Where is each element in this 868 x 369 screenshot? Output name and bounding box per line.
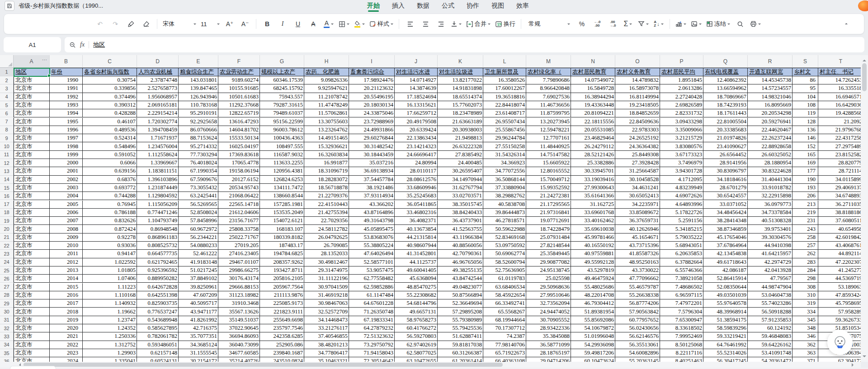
cell[interactable]: 31.162725 bbox=[571, 201, 615, 209]
cell[interactable]: 35.10463321 bbox=[304, 357, 349, 362]
cell[interactable]: 7.65300947 bbox=[660, 316, 703, 324]
cell[interactable]: 40.16550192 bbox=[571, 242, 615, 250]
cell[interactable]: 168183.107 bbox=[260, 225, 304, 233]
cell[interactable]: 37022.90645 bbox=[218, 324, 260, 332]
cell[interactable]: 20.18030134 bbox=[349, 101, 395, 109]
cell[interactable]: 28.9141956 bbox=[703, 159, 748, 167]
align-right-button[interactable] bbox=[434, 17, 448, 31]
row-header-19[interactable]: 19 bbox=[0, 217, 14, 225]
cell[interactable]: 14.45345738 bbox=[748, 76, 793, 84]
cell[interactable]: 30.83096797 bbox=[703, 167, 748, 175]
cell[interactable]: 23.41090627 bbox=[703, 142, 748, 150]
cell[interactable]: 28.93422336 bbox=[526, 324, 571, 332]
cell[interactable]: 29.90877082 bbox=[526, 258, 571, 266]
cell[interactable]: 15.32936621 bbox=[304, 142, 349, 150]
cell[interactable]: 13.23264762 bbox=[304, 126, 349, 134]
cell[interactable]: 42.70790361 bbox=[438, 250, 483, 258]
cell[interactable]: 53.9057475 bbox=[349, 266, 395, 275]
cell[interactable]: 86 bbox=[793, 76, 818, 84]
cell[interactable]: 1990 bbox=[50, 76, 83, 84]
cell[interactable]: 38.35015745 bbox=[438, 201, 483, 209]
cell[interactable]: 34.14468473 bbox=[304, 316, 349, 324]
cell[interactable]: 8.40251463 bbox=[660, 357, 703, 362]
cell[interactable]: 139.847465 bbox=[179, 84, 218, 93]
cell[interactable]: 11.57062861 bbox=[304, 109, 349, 117]
cell[interactable]: 46.79304412 bbox=[571, 299, 615, 308]
cell[interactable]: 33.21276117 bbox=[304, 324, 349, 332]
cell[interactable]: 45.99781466 bbox=[571, 234, 615, 242]
cell[interactable]: 31.1555545 bbox=[179, 349, 218, 357]
cell[interactable]: 7.79890686 bbox=[526, 76, 571, 84]
cell[interactable]: 18.84852659 bbox=[615, 109, 660, 117]
cell[interactable]: 17369.83618 bbox=[218, 151, 260, 159]
row-header-22[interactable]: 22 bbox=[0, 242, 14, 250]
cell[interactable]: 北京市 bbox=[14, 299, 50, 308]
cell[interactable]: 104 bbox=[793, 93, 818, 101]
cell[interactable]: 68.19944664 bbox=[483, 316, 526, 324]
cell[interactable]: 28.721114 bbox=[818, 167, 861, 175]
cell[interactable]: 55.97640578 bbox=[703, 299, 748, 308]
cell[interactable]: 35214.40726 bbox=[218, 357, 260, 362]
cell[interactable]: 22.88928658 bbox=[748, 142, 793, 150]
cell[interactable]: 2013 bbox=[50, 266, 83, 275]
cell[interactable]: 43.4068761 bbox=[818, 242, 861, 250]
header-cell[interactable]: 地区 bbox=[14, 68, 50, 76]
cell[interactable]: 57.29895208 bbox=[438, 308, 483, 316]
cell[interactable]: 22565.14718 bbox=[218, 201, 260, 209]
underline-button[interactable]: U bbox=[291, 17, 305, 31]
cell[interactable]: 29467.01107 bbox=[218, 258, 260, 266]
cell[interactable]: 1.250336 bbox=[83, 332, 137, 341]
cell[interactable]: 北京市 bbox=[14, 76, 50, 84]
cell[interactable]: 北京市 bbox=[14, 93, 50, 101]
cell[interactable]: 60.77957652 bbox=[615, 316, 660, 324]
cell[interactable]: 43.9471177 bbox=[179, 308, 218, 316]
cell[interactable]: 43.73715396 bbox=[615, 242, 660, 250]
cell[interactable]: 38.87346859 bbox=[703, 225, 748, 233]
cell[interactable]: 1.8951845 bbox=[660, 76, 703, 84]
column-header-K[interactable]: K bbox=[438, 55, 483, 68]
cell[interactable]: 30.83224628 bbox=[748, 167, 793, 175]
cell[interactable]: 23.61408717 bbox=[483, 109, 526, 117]
cell[interactable]: 28.18765197 bbox=[526, 349, 571, 357]
cell[interactable]: 23156.71677 bbox=[218, 217, 260, 225]
cell[interactable]: 17.60012267 bbox=[483, 84, 526, 93]
cell[interactable]: 18.28283072 bbox=[304, 176, 349, 184]
cell[interactable]: 319 bbox=[793, 299, 818, 308]
cell[interactable]: 27.99300643 bbox=[571, 184, 615, 192]
cell[interactable]: 231 bbox=[793, 217, 818, 225]
cell[interactable]: 24.94474052 bbox=[526, 308, 571, 316]
cell[interactable]: 33.0371052 bbox=[703, 201, 748, 209]
cell[interactable]: 255649.6698 bbox=[260, 316, 304, 324]
cell[interactable]: 2001 bbox=[50, 167, 83, 175]
cell[interactable]: 12.59478221 bbox=[526, 126, 571, 134]
cell[interactable]: 14.57234557 bbox=[748, 84, 793, 93]
cell[interactable]: 36.05411865 bbox=[395, 201, 438, 209]
cell[interactable]: 45.1654671 bbox=[615, 234, 660, 242]
row-header-23[interactable]: 23 bbox=[0, 250, 14, 258]
cell[interactable]: 20127.6152 bbox=[218, 176, 260, 184]
tab-start[interactable]: 开始 bbox=[367, 0, 380, 12]
cell[interactable]: 284 bbox=[793, 266, 818, 275]
cell[interactable]: 37.6080511 bbox=[818, 217, 861, 225]
cell[interactable]: 28.0110117 bbox=[395, 167, 438, 175]
row-header-27[interactable]: 27 bbox=[0, 283, 14, 291]
cell[interactable]: 22.84418074 bbox=[483, 101, 526, 109]
cell[interactable]: 26.6564452 bbox=[703, 151, 748, 159]
column-header-D[interactable]: D bbox=[137, 55, 179, 68]
cell[interactable]: 1.183811151 bbox=[137, 167, 179, 175]
cell[interactable]: 56.87774206 bbox=[615, 299, 660, 308]
cell[interactable]: 50.59622988 bbox=[483, 225, 526, 233]
cell[interactable]: 47.77096662 bbox=[615, 275, 660, 283]
print-button[interactable] bbox=[749, 17, 762, 31]
cell[interactable]: 18.56718878 bbox=[304, 184, 349, 192]
cell[interactable]: 1.234576004 bbox=[137, 142, 179, 150]
cell[interactable]: 40.88560056 bbox=[438, 242, 483, 250]
cell[interactable]: 31.40441304 bbox=[748, 176, 793, 184]
cell[interactable]: 51.62887411 bbox=[438, 332, 483, 341]
cell[interactable]: 8.966420848 bbox=[526, 84, 571, 93]
column-header-N[interactable]: N bbox=[571, 55, 615, 68]
cell[interactable]: 110.783168 bbox=[179, 101, 218, 109]
cell[interactable]: 15533.50134 bbox=[218, 134, 260, 142]
cell[interactable]: 1.115056209 bbox=[137, 201, 179, 209]
cell[interactable]: 1.24352 bbox=[83, 324, 137, 332]
